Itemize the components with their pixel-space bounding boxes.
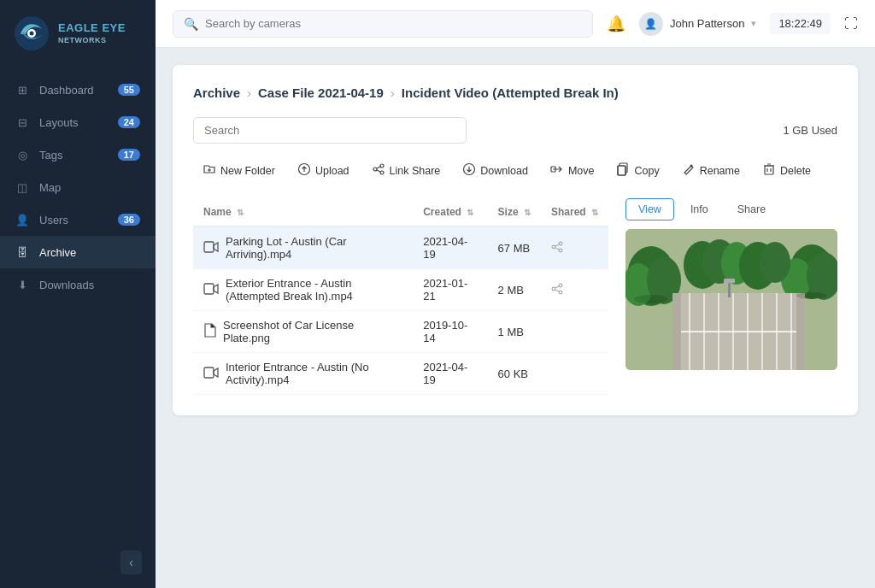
sidebar-nav: ⊞ Dashboard 55 ⊟ Layouts 24 ◎ Tags 17 ◫ …	[0, 67, 156, 537]
svg-point-5	[380, 164, 384, 168]
svg-rect-50	[672, 293, 681, 370]
file-area: Name ⇅ Created ⇅ Size ⇅	[193, 198, 837, 395]
table-row[interactable]: Screenshot of Car License Plate.png2019-…	[193, 311, 608, 353]
bell-icon[interactable]: 🔔	[607, 15, 625, 33]
user-info[interactable]: 👤 John Patterson ▾	[639, 12, 756, 36]
logo-text: EAGLE EYE NETWORKS	[58, 21, 126, 46]
preview-panel: View Info Share	[625, 198, 837, 395]
link-share-icon	[372, 162, 385, 179]
user-avatar: 👤	[639, 12, 663, 36]
file-name-cell: Exterior Entrance - Austin (Attempted Br…	[193, 269, 413, 310]
svg-rect-14	[765, 166, 773, 174]
delete-button[interactable]: Delete	[753, 157, 820, 185]
upload-button[interactable]: Upload	[288, 157, 359, 185]
file-created: 2021-01-21	[413, 269, 487, 311]
logo-icon	[14, 15, 50, 51]
table-row[interactable]: Exterior Entrance - Austin (Attempted Br…	[193, 269, 608, 311]
svg-line-7	[377, 167, 380, 168]
link-share-button[interactable]: Link Share	[362, 157, 450, 185]
file-size: 2 MB	[488, 269, 541, 311]
svg-point-55	[796, 292, 827, 299]
file-name-cell: Parking Lot - Austin (Car Arriving).mp4	[193, 227, 413, 268]
preview-parking-lot	[625, 229, 837, 370]
svg-point-18	[559, 249, 562, 252]
users-icon: 👤	[15, 213, 29, 226]
archive-search-input[interactable]	[193, 117, 467, 144]
upload-icon	[297, 162, 311, 179]
logo: EAGLE EYE NETWORKS	[0, 0, 156, 67]
share-icon[interactable]	[551, 284, 563, 297]
sidebar-item-map[interactable]: ◫ Map	[0, 171, 156, 203]
file-name-text: Parking Lot - Austin (Car Arriving).mp4	[226, 235, 402, 261]
svg-point-22	[552, 287, 555, 291]
sort-arrows-created: ⇅	[467, 208, 473, 217]
layouts-icon: ⊟	[15, 115, 29, 129]
layouts-badge: 24	[118, 116, 140, 128]
download-icon	[462, 162, 476, 179]
sidebar-item-label: Tags	[39, 149, 62, 162]
file-name-cell: Interior Entrance - Austin (No Activity)…	[193, 353, 413, 394]
breadcrumb-incident[interactable]: Incident Video (Attempted Break In)	[402, 85, 619, 100]
sidebar-item-downloads[interactable]: ⬇ Downloads	[0, 268, 156, 301]
sidebar-item-users[interactable]: 👤 Users 36	[0, 203, 156, 236]
move-button[interactable]: Move	[541, 157, 604, 185]
topbar: 🔍 🔔 👤 John Patterson ▾ 18:22:49 ⛶	[156, 0, 875, 48]
col-header-shared[interactable]: Shared ⇅	[541, 198, 608, 226]
rename-button[interactable]: Rename	[672, 157, 749, 185]
sidebar-item-dashboard[interactable]: ⊞ Dashboard 55	[0, 74, 156, 106]
sidebar-item-label: Users	[39, 214, 68, 226]
toolbar: New Folder Upload Link Share	[193, 157, 837, 185]
sort-arrows-size: ⇅	[524, 208, 531, 217]
topbar-right: 🔔 👤 John Patterson ▾ 18:22:49 ⛶	[607, 12, 858, 36]
preview-tab-info[interactable]: Info	[678, 198, 721, 220]
sidebar-item-archive[interactable]: 🗄 Archive	[0, 236, 156, 268]
table-row[interactable]: Interior Entrance - Austin (No Activity)…	[193, 353, 608, 395]
file-size: 67 MB	[488, 226, 541, 269]
new-folder-icon	[203, 162, 216, 179]
image-icon	[203, 323, 216, 340]
svg-rect-27	[204, 368, 214, 378]
search-input[interactable]	[205, 17, 582, 30]
sidebar: EAGLE EYE NETWORKS ⊞ Dashboard 55 ⊟ Layo…	[0, 0, 156, 588]
fullscreen-button[interactable]: ⛶	[844, 16, 858, 32]
sidebar-item-tags[interactable]: ◎ Tags 17	[0, 138, 156, 171]
file-created: 2019-10-14	[413, 311, 487, 353]
breadcrumb-archive[interactable]: Archive	[193, 85, 240, 100]
sidebar-item-label: Layouts	[39, 116, 79, 129]
svg-point-2	[30, 32, 34, 36]
user-name: John Patterson	[670, 17, 744, 30]
collapse-button[interactable]: ‹	[120, 550, 142, 574]
copy-button[interactable]: Copy	[607, 157, 668, 185]
file-name-cell: Screenshot of Car License Plate.png	[193, 311, 413, 352]
chevron-down-icon: ▾	[751, 18, 756, 29]
main-content: 🔍 🔔 👤 John Patterson ▾ 18:22:49 ⛶ Archiv…	[156, 0, 875, 588]
map-icon: ◫	[15, 180, 29, 194]
sort-arrows-name: ⇅	[237, 208, 244, 217]
table-row[interactable]: Parking Lot - Austin (Car Arriving).mp42…	[193, 226, 608, 269]
file-name-text: Interior Entrance - Austin (No Activity)…	[226, 361, 402, 386]
sidebar-item-label: Downloads	[39, 279, 94, 291]
svg-point-6	[380, 171, 384, 174]
svg-line-8	[377, 170, 380, 172]
archive-icon: 🗄	[15, 245, 29, 259]
sidebar-item-layouts[interactable]: ⊟ Layouts 24	[0, 106, 156, 138]
new-folder-button[interactable]: New Folder	[193, 157, 285, 185]
svg-point-24	[559, 291, 562, 294]
svg-line-26	[555, 289, 559, 291]
preview-tab-share[interactable]: Share	[725, 198, 778, 220]
col-header-created[interactable]: Created ⇅	[413, 198, 487, 226]
search-box[interactable]: 🔍	[173, 10, 593, 38]
search-icon: 🔍	[184, 17, 198, 31]
tags-icon: ◎	[15, 148, 29, 162]
svg-rect-15	[204, 242, 214, 252]
preview-tab-view[interactable]: View	[625, 198, 674, 220]
file-name-text: Exterior Entrance - Austin (Attempted Br…	[226, 277, 402, 303]
breadcrumb-case-file[interactable]: Case File 2021-04-19	[258, 85, 384, 100]
delete-icon	[762, 162, 776, 179]
preview-tabs: View Info Share	[625, 198, 837, 220]
svg-rect-51	[796, 293, 805, 370]
download-button[interactable]: Download	[453, 157, 537, 185]
col-header-size[interactable]: Size ⇅	[488, 198, 541, 226]
col-header-name[interactable]: Name ⇅	[193, 198, 413, 226]
share-icon[interactable]	[551, 242, 563, 256]
